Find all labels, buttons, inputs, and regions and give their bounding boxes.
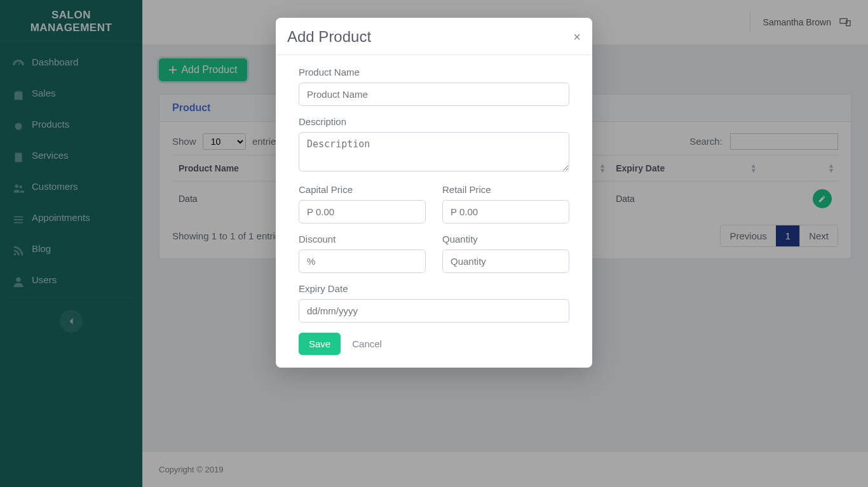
- input-product-name[interactable]: [299, 83, 569, 106]
- label-quantity: Quantity: [442, 234, 569, 244]
- cancel-button[interactable]: Cancel: [352, 338, 382, 349]
- label-capital-price: Capital Price: [299, 184, 426, 195]
- label-product-name: Product Name: [299, 67, 569, 77]
- add-product-modal: Add Product × Product Name Description C…: [276, 18, 592, 368]
- input-retail-price[interactable]: [442, 200, 569, 223]
- save-button[interactable]: Save: [299, 333, 341, 355]
- close-icon: ×: [573, 30, 581, 44]
- input-description[interactable]: [299, 132, 569, 171]
- input-discount[interactable]: [299, 250, 426, 273]
- modal-title: Add Product: [287, 28, 371, 46]
- modal-close-button[interactable]: ×: [573, 30, 581, 44]
- input-expiry-date[interactable]: [299, 299, 569, 323]
- label-retail-price: Retail Price: [442, 184, 569, 195]
- input-quantity[interactable]: [442, 250, 569, 273]
- input-capital-price[interactable]: [299, 200, 426, 223]
- label-discount: Discount: [299, 234, 426, 244]
- label-description: Description: [299, 116, 569, 127]
- label-expiry-date: Expiry Date: [299, 283, 569, 294]
